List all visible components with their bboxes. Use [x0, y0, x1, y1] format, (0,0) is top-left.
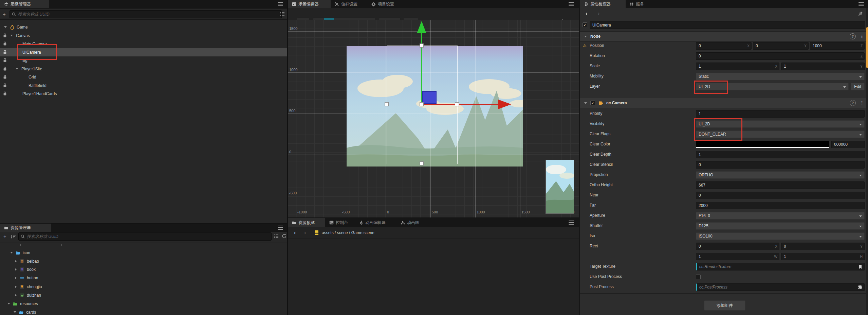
component-picker-icon[interactable] — [858, 285, 862, 290]
asset-row-cards[interactable]: cards — [0, 308, 287, 315]
chevron-right-icon[interactable] — [15, 294, 17, 297]
asset-row-beibao[interactable]: beibao — [0, 257, 287, 265]
inspector-menu-icon[interactable] — [858, 2, 864, 6]
tree-row-game[interactable]: Game — [0, 23, 287, 31]
chevron-down-icon[interactable] — [16, 68, 18, 70]
tab-services[interactable]: 服务 — [626, 0, 658, 8]
pin-icon[interactable] — [858, 11, 863, 16]
asset-row-icon[interactable]: icon — [0, 248, 287, 257]
gizmo-x-axis[interactable] — [422, 104, 498, 105]
refresh-icon[interactable] — [282, 234, 287, 239]
add-asset-button[interactable]: + — [3, 233, 6, 239]
layer-dropdown[interactable]: UI_2D — [696, 83, 849, 90]
tree-row-grid[interactable]: Grid — [0, 73, 287, 81]
near-input[interactable]: 0 — [696, 192, 865, 199]
tab-assets[interactable]: 资源管理器 — [0, 224, 51, 232]
chevron-right-icon[interactable] — [15, 268, 17, 271]
chevron-right-icon[interactable] — [15, 285, 17, 288]
priority-input[interactable]: 1 — [696, 110, 865, 118]
lock-icon[interactable] — [3, 58, 7, 63]
asset-row-book[interactable]: book — [0, 265, 287, 274]
back-button[interactable]: ‹ — [294, 230, 296, 236]
sort-icon[interactable] — [11, 234, 16, 239]
use-post-process-checkbox[interactable] — [696, 275, 701, 279]
lock-icon[interactable] — [3, 67, 7, 71]
position-x-input[interactable]: 0X — [696, 42, 752, 50]
asset-picker-icon[interactable] — [858, 265, 862, 269]
more-options-icon[interactable]: ⋮ — [860, 34, 864, 39]
chevron-down-icon[interactable] — [7, 303, 10, 304]
lock-icon[interactable] — [3, 75, 7, 79]
handle-bottom[interactable] — [420, 161, 424, 165]
tab-inspector[interactable]: 属性检查器 — [580, 0, 632, 8]
chevron-right-icon[interactable] — [15, 277, 17, 279]
camera-enabled-checkbox[interactable]: ✓ — [590, 101, 595, 105]
rect-w-input[interactable]: 1W — [696, 253, 779, 260]
filter-icon[interactable] — [274, 234, 279, 239]
scene-menu-icon[interactable] — [569, 2, 574, 6]
position-z-input[interactable]: 1000Z — [810, 42, 865, 50]
rect-x-input[interactable]: 0X — [696, 243, 779, 250]
gizmo-y-arrowhead[interactable] — [417, 21, 426, 33]
scale-y-input[interactable]: 1Y — [781, 63, 865, 70]
aperture-dropdown[interactable]: F16_0 — [696, 212, 865, 220]
lock-icon[interactable] — [3, 41, 7, 46]
preview-menu-icon[interactable] — [569, 221, 574, 225]
chevron-right-icon[interactable] — [15, 260, 17, 263]
chevron-down-icon[interactable] — [10, 252, 13, 253]
lock-icon[interactable] — [3, 33, 7, 38]
handle-top[interactable] — [420, 43, 424, 48]
tree-row-uicamera[interactable]: UICamera — [0, 48, 287, 56]
add-node-button[interactable]: + — [3, 11, 6, 17]
target-texture-field[interactable]: cc.RenderTexture — [696, 263, 865, 270]
asset-row-duizhan[interactable]: duizhan — [0, 291, 287, 299]
help-icon[interactable]: ? — [850, 33, 856, 39]
rect-y-input[interactable]: 0Y — [781, 243, 865, 250]
shutter-dropdown[interactable]: D125 — [696, 222, 865, 230]
asset-row-chengjiu[interactable]: chengjiu — [0, 282, 287, 291]
history-back-button[interactable]: ‹ — [586, 11, 587, 17]
handle-pivot[interactable] — [420, 102, 424, 106]
ortho-height-input[interactable]: 667 — [696, 181, 865, 189]
position-y-input[interactable]: 0Y — [753, 42, 809, 50]
hierarchy-menu-icon[interactable] — [278, 2, 283, 6]
tab-hierarchy[interactable]: 层级管理器 — [0, 0, 49, 8]
history-forward-button[interactable]: › — [598, 11, 599, 17]
lock-icon[interactable] — [3, 91, 7, 96]
chevron-down-icon[interactable] — [4, 26, 7, 28]
assets-menu-icon[interactable] — [278, 226, 283, 230]
clear-stencil-input[interactable]: 0 — [696, 161, 865, 169]
node-active-checkbox[interactable]: ✓ — [583, 22, 587, 27]
handle-right[interactable] — [455, 102, 459, 106]
clear-flags-dropdown[interactable]: DONT_CLEAR — [696, 130, 865, 138]
layer-edit-button[interactable]: Edit — [851, 83, 865, 90]
scale-x-input[interactable]: 1X — [696, 63, 779, 70]
inspector-scrollbar[interactable] — [866, 8, 868, 315]
tree-row-bg[interactable]: Bg — [0, 56, 287, 65]
tree-row-player1site[interactable]: Player1Site — [0, 65, 287, 73]
scene-viewport[interactable]: 1500 1000 500 0 -500 -1000 -500 0 500 10… — [288, 20, 579, 217]
projection-dropdown[interactable]: ORTHO — [696, 171, 865, 179]
forward-button[interactable]: › — [304, 230, 306, 236]
tab-project-settings[interactable]: 项目设置 — [367, 0, 411, 8]
clear-depth-input[interactable]: 1 — [696, 151, 865, 158]
tab-animation-editor[interactable]: 动画编辑器 — [355, 218, 403, 227]
handle-left[interactable] — [385, 102, 389, 106]
asset-row-resources[interactable]: resources — [0, 299, 287, 308]
camera-section-header[interactable]: ✓ cc.Camera ? ⋮ — [580, 98, 868, 108]
hierarchy-search-input[interactable]: 搜索名称或 UUID — [10, 10, 282, 18]
tree-row-main-camera[interactable]: Main Camera — [0, 39, 287, 48]
breadcrumb[interactable]: assets / scene / Game.scene — [322, 230, 374, 235]
tree-row-canvas[interactable]: Canvas — [0, 31, 287, 40]
chevron-down-icon[interactable] — [14, 311, 16, 313]
node-name-input[interactable]: UICamera — [590, 21, 865, 29]
help-icon[interactable]: ? — [850, 100, 856, 106]
clear-color-hex-input[interactable]: 000000 — [831, 141, 865, 148]
tab-animation-graph[interactable]: 动画图 — [396, 218, 436, 227]
assets-search-input[interactable]: 搜索名称或 UUID — [18, 232, 272, 241]
post-process-field[interactable]: cc.PostProcess — [696, 283, 865, 291]
chevron-down-icon[interactable] — [10, 35, 13, 36]
lock-icon[interactable] — [3, 50, 7, 54]
mobility-dropdown[interactable]: Static — [696, 73, 865, 80]
scrollbar-thumb[interactable] — [866, 27, 868, 68]
